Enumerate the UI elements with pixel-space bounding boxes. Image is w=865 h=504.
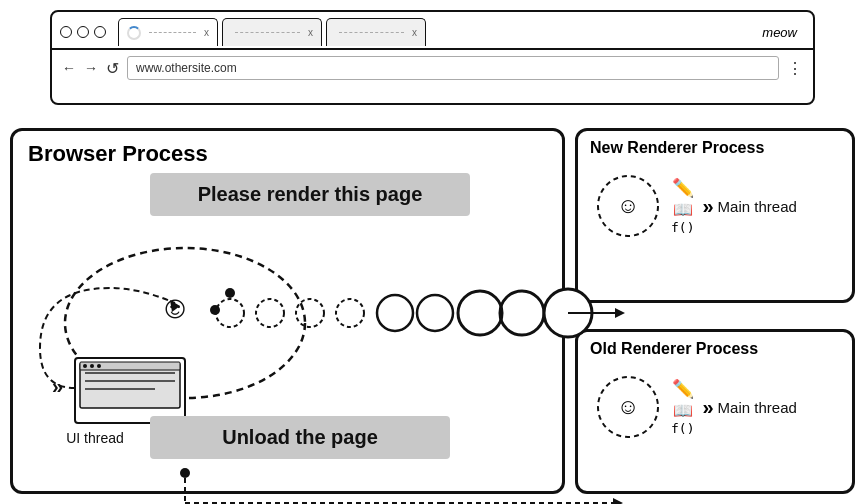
tab-loading-icon	[127, 26, 141, 40]
tab-close-2[interactable]: x	[308, 27, 313, 38]
old-renderer-thread: » Main thread	[702, 396, 796, 419]
old-renderer-box: Old Renderer Process ☺ ✏️ 📖 f() » Main t…	[575, 329, 855, 494]
tab-line-3	[339, 32, 404, 33]
tab-line-2	[235, 32, 300, 33]
refresh-button[interactable]: ↺	[106, 59, 119, 78]
old-renderer-main-thread-label: Main thread	[718, 399, 797, 416]
new-renderer-content: ☺ ✏️ 📖 f() » Main thread	[593, 171, 797, 241]
address-input[interactable]: www.othersite.com	[127, 56, 779, 80]
svg-marker-15	[615, 308, 625, 318]
tab-bar: x x x meow	[52, 12, 813, 50]
back-button[interactable]: ←	[62, 60, 76, 76]
old-renderer-face-icon: ☺	[617, 394, 639, 420]
new-renderer-box: New Renderer Process ☺ ✏️ 📖 f() » Main t…	[575, 128, 855, 303]
traffic-light-2	[77, 26, 89, 38]
old-renderer-face-container: ☺	[593, 372, 663, 442]
unload-banner: Unload the page	[150, 416, 450, 459]
old-renderer-arrow-icon: »	[702, 396, 713, 419]
address-bar-row: ← → ↺ www.othersite.com ⋮	[52, 50, 813, 86]
new-renderer-main-thread-label: Main thread	[718, 198, 797, 215]
tab-close-3[interactable]: x	[412, 27, 417, 38]
new-renderer-pencil-icon: ✏️	[672, 177, 694, 199]
new-renderer-book-icons: ✏️ 📖 f()	[671, 177, 694, 235]
new-renderer-book-icon: 📖	[673, 200, 693, 219]
browser-process-title: Browser Process	[13, 131, 562, 177]
tab-close-1[interactable]: x	[204, 27, 209, 38]
diagram-area: Browser Process New Renderer Process ☺ ✏…	[0, 118, 865, 504]
traffic-light-3	[94, 26, 106, 38]
old-renderer-title: Old Renderer Process	[578, 332, 852, 366]
tab-meow-label: meow	[762, 25, 805, 40]
tab-1[interactable]: x	[118, 18, 218, 46]
tab-line-1	[149, 32, 196, 33]
old-renderer-code-icon: f()	[671, 421, 694, 436]
menu-button[interactable]: ⋮	[787, 59, 803, 78]
new-renderer-thread: » Main thread	[702, 195, 796, 218]
old-renderer-book-icon: 📖	[673, 401, 693, 420]
old-renderer-content: ☺ ✏️ 📖 f() » Main thread	[593, 372, 797, 442]
tab-3[interactable]: x	[326, 18, 426, 46]
svg-marker-33	[613, 498, 623, 504]
old-renderer-pencil-icon: ✏️	[672, 378, 694, 400]
render-banner: Please render this page	[150, 173, 470, 216]
new-renderer-code-icon: f()	[671, 220, 694, 235]
new-renderer-title: New Renderer Process	[578, 131, 852, 165]
new-renderer-face-container: ☺	[593, 171, 663, 241]
traffic-lights	[60, 26, 106, 38]
old-renderer-book-icons: ✏️ 📖 f()	[671, 378, 694, 436]
tab-2[interactable]: x	[222, 18, 322, 46]
forward-button[interactable]: →	[84, 60, 98, 76]
traffic-light-1	[60, 26, 72, 38]
browser-chrome: x x x meow ← → ↺ www.othersite.com ⋮	[50, 10, 815, 105]
new-renderer-face-icon: ☺	[617, 193, 639, 219]
new-renderer-arrow-icon: »	[702, 195, 713, 218]
